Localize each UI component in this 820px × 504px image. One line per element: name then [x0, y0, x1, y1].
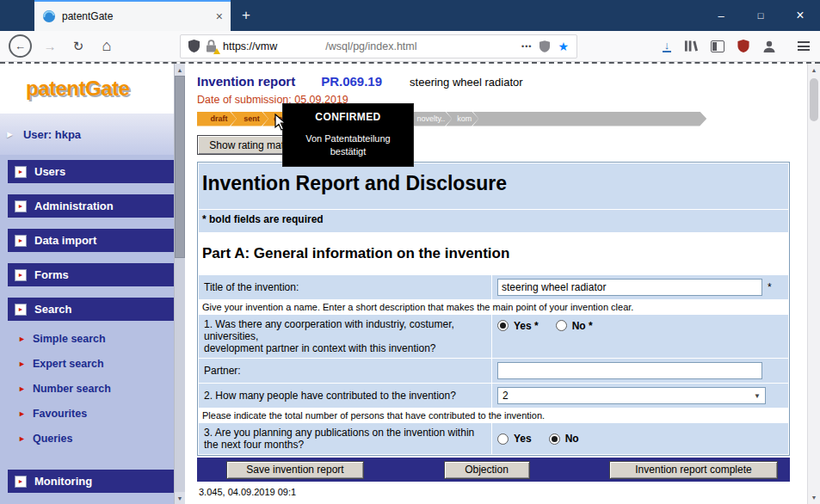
page-scrollbar[interactable]: ▲ ▼	[807, 64, 820, 504]
q1-line2: development partner in context with this…	[204, 342, 486, 354]
workflow-step-draft[interactable]: draft	[197, 112, 237, 126]
favicon-icon	[42, 9, 56, 23]
q2-select-value: 2	[502, 390, 509, 402]
submenu-label: Simple search	[33, 333, 106, 345]
page-actions-icon[interactable]: •••	[521, 42, 532, 51]
sidebar-scrollbar-track[interactable]	[175, 258, 185, 492]
report-number: PR.069.19	[321, 74, 382, 89]
scroll-down-icon[interactable]: ▼	[808, 491, 820, 504]
q1-line1: 1. Was there any coorperation with indus…	[204, 318, 486, 342]
user-label: User: hkpa	[23, 128, 81, 141]
page-scrollbar-thumb[interactable]	[810, 78, 818, 121]
partner-input[interactable]	[497, 362, 762, 379]
submenu-label: Queries	[33, 433, 73, 445]
minimize-button[interactable]: –	[701, 0, 741, 31]
bullet-icon: ►	[18, 409, 26, 418]
url-bar[interactable]: https://vmw /wsql/pg/index.html ••• ★	[180, 34, 577, 58]
q3-no-radio[interactable]	[549, 433, 560, 445]
form-heading: Invention Report and Disclosure	[202, 172, 781, 195]
scroll-down-icon[interactable]: ▼	[175, 492, 185, 504]
lock-icon[interactable]	[206, 40, 217, 52]
home-button[interactable]: ⌂	[96, 36, 117, 57]
sidebar-item-monitoring[interactable]: ► Monitoring	[8, 470, 174, 493]
title-help: Give your invention a name. Enter a shor…	[199, 300, 788, 314]
search-submenu: ► Simple search ► Expert search ► Number…	[8, 326, 174, 451]
report-name: steering wheel radiator	[410, 76, 523, 89]
collapse-arrow-icon[interactable]: ►	[5, 129, 15, 139]
back-button[interactable]: ←	[9, 34, 32, 58]
page-scrollbar-track[interactable]	[808, 121, 820, 491]
menu-label: Administration	[34, 200, 114, 212]
new-tab-button[interactable]: +	[231, 0, 262, 31]
tooltip-title: CONFIRMED	[283, 111, 413, 123]
sidebar-item-users[interactable]: ► Users	[8, 160, 174, 183]
sidebar-item-simple-search[interactable]: ► Simple search	[8, 326, 174, 351]
form-row-part-a: Part A: General information on the inven…	[199, 233, 788, 274]
workflow-step-tail	[472, 112, 706, 126]
menu-arrow-icon: ►	[15, 304, 27, 316]
sidebar-item-expert-search[interactable]: ► Expert search	[8, 351, 174, 376]
scroll-up-icon[interactable]: ▲	[808, 64, 820, 77]
q1-no-radio[interactable]	[556, 320, 567, 331]
sidebar-scrollbar-thumb[interactable]	[175, 76, 185, 258]
q3-label: 3. Are you planning any publications on …	[199, 423, 491, 454]
library-icon[interactable]	[684, 40, 698, 52]
form-row-heading: Invention Report and Disclosure	[199, 163, 788, 209]
tab-title: patentGate	[62, 10, 210, 22]
user-box: ► User: hkpa	[0, 114, 174, 155]
confirmed-tooltip: CONFIRMED Von Patentabteilung bestätigt	[282, 103, 414, 167]
close-button[interactable]: ×	[780, 0, 820, 31]
menu-arrow-icon: ►	[15, 200, 27, 212]
sidebar-menu: ► Users ► Administration ► Data import ►…	[0, 155, 174, 504]
sidebar-item-queries[interactable]: ► Queries	[8, 426, 174, 451]
save-invention-report-button[interactable]: Save invention report	[226, 461, 364, 479]
tooltip-line2: bestätigt	[283, 145, 413, 158]
q3-line1: 3. Are you planning any publications on …	[204, 427, 486, 439]
maximize-button[interactable]: □	[741, 0, 780, 31]
menu-arrow-icon: ►	[15, 166, 27, 178]
sidebar-item-forms[interactable]: ► Forms	[8, 263, 174, 286]
pocket-icon[interactable]	[539, 40, 550, 52]
status-line: 3.045, 04.09.2019 09:1	[199, 487, 790, 497]
q1-yes-radio[interactable]	[497, 320, 509, 331]
sidebar-scrollbar[interactable]: ▲ ▼	[174, 64, 185, 504]
form-row-q2-help: Please indicate the total number of pers…	[199, 409, 788, 422]
title-input[interactable]	[497, 279, 762, 296]
menu-label: Users	[34, 165, 65, 178]
download-bar	[663, 51, 671, 52]
bookmark-star-icon[interactable]: ★	[558, 40, 569, 53]
browser-tab[interactable]: patentGate ×	[34, 0, 231, 31]
bullet-icon: ►	[18, 360, 26, 368]
form-action-bar: Save invention report Objection Inventio…	[197, 458, 790, 482]
ublock-shield-icon[interactable]	[737, 40, 749, 52]
sidebar-item-data-import[interactable]: ► Data import	[8, 229, 174, 252]
form-row-title: Title of the invention: *	[199, 275, 788, 299]
downloads-button[interactable]: ↓	[663, 40, 671, 52]
bullet-icon: ►	[18, 434, 26, 443]
reload-button[interactable]: ↻	[68, 36, 89, 57]
q3-yes-radio[interactable]	[497, 433, 509, 445]
sidebar-item-favourites[interactable]: ► Favourites	[8, 401, 174, 426]
page-title: Invention report	[197, 74, 295, 89]
logo-text: patentGate	[26, 77, 129, 101]
sidebar-item-search[interactable]: ► Search	[8, 298, 174, 321]
sidebar-item-administration[interactable]: ► Administration	[8, 194, 174, 218]
browser-titlebar: patentGate × + – □ ×	[0, 0, 820, 31]
url-host-text: https://vmw	[223, 40, 277, 52]
logo: patentGate	[0, 64, 174, 114]
q2-select[interactable]: 2 ▼	[497, 387, 766, 404]
sidebar-item-number-search[interactable]: ► Number search	[8, 376, 174, 401]
q3-no-label: No	[565, 433, 579, 445]
invention-report-complete-button[interactable]: Invention report complete	[609, 461, 778, 479]
forward-button[interactable]: →	[40, 36, 60, 57]
tab-close-icon[interactable]: ×	[216, 10, 223, 22]
scroll-up-icon[interactable]: ▲	[175, 64, 185, 76]
sidebar-toggle-icon[interactable]	[711, 40, 724, 52]
tracking-protection-icon[interactable]	[188, 40, 200, 52]
menu-icon[interactable]	[798, 40, 810, 53]
objection-button[interactable]: Objection	[444, 461, 530, 479]
submenu-label: Favourites	[33, 408, 87, 420]
account-icon[interactable]	[762, 40, 776, 53]
menu-label: Data import	[34, 234, 96, 247]
window-controls: – □ ×	[701, 0, 820, 31]
